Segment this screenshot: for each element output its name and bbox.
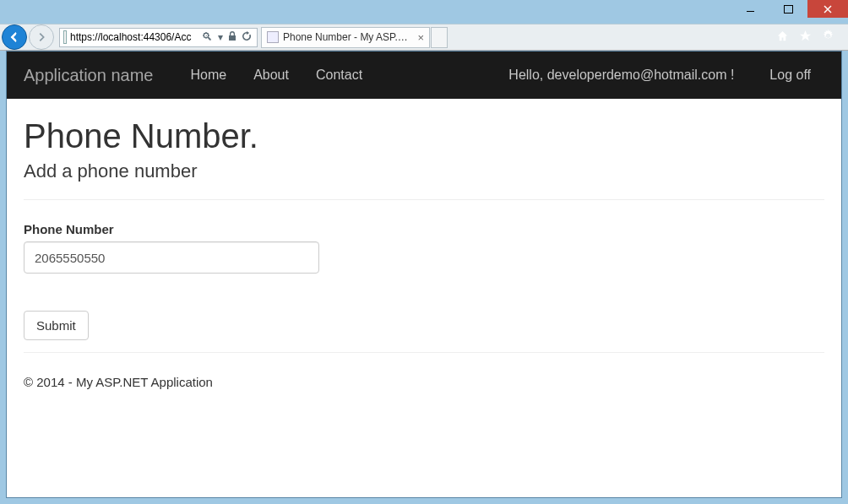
back-button[interactable] <box>2 24 27 50</box>
favorites-icon[interactable] <box>799 30 812 46</box>
close-button[interactable] <box>807 0 848 18</box>
page-body: Phone Number. Add a phone number Phone N… <box>7 99 841 398</box>
page-title: Phone Number. <box>24 117 824 155</box>
lock-icon[interactable] <box>228 31 236 43</box>
footer-text: © 2014 - My ASP.NET Application <box>24 375 824 389</box>
favicon-icon <box>267 31 279 43</box>
user-greeting[interactable]: Hello, developerdemo@hotmail.com ! <box>508 68 734 83</box>
address-bar[interactable]: 🔍︎ ▾ <box>59 28 258 47</box>
phone-label: Phone Number <box>24 222 824 236</box>
maximize-button[interactable] <box>769 0 807 18</box>
phone-input[interactable] <box>24 241 319 274</box>
refresh-icon[interactable] <box>242 31 252 44</box>
search-icon[interactable]: 🔍︎ <box>202 30 213 43</box>
nav-contact[interactable]: Contact <box>316 68 362 83</box>
footer-divider <box>24 352 824 353</box>
page-icon <box>63 30 67 44</box>
tab-title: Phone Number - My ASP.N... <box>283 31 413 43</box>
window-titlebar <box>0 0 848 24</box>
brand-link[interactable]: Application name <box>24 66 153 85</box>
page-subtitle: Add a phone number <box>24 160 824 182</box>
address-input[interactable] <box>70 29 197 46</box>
dropdown-icon[interactable]: ▾ <box>218 31 223 43</box>
browser-tab[interactable]: Phone Number - My ASP.N... × <box>261 27 430 48</box>
logoff-link[interactable]: Log off <box>769 68 811 83</box>
submit-button[interactable]: Submit <box>24 311 89 340</box>
new-tab-button[interactable] <box>431 27 448 48</box>
nav-about[interactable]: About <box>253 68 289 83</box>
nav-home[interactable]: Home <box>190 68 226 83</box>
home-icon[interactable] <box>776 30 789 46</box>
forward-button[interactable] <box>29 24 54 50</box>
page-viewport: Application name Home About Contact Hell… <box>6 51 842 498</box>
site-navbar: Application name Home About Contact Hell… <box>7 51 841 99</box>
divider <box>24 199 824 200</box>
window-controls <box>731 0 848 18</box>
tools-icon[interactable] <box>822 30 834 46</box>
browser-right-icons <box>768 30 843 46</box>
browser-toolbar: 🔍︎ ▾ Phone Number - My ASP.N... × <box>0 24 848 51</box>
minimize-button[interactable] <box>731 0 769 18</box>
address-bar-icons: 🔍︎ ▾ <box>197 31 257 44</box>
tab-close-icon[interactable]: × <box>413 31 424 44</box>
